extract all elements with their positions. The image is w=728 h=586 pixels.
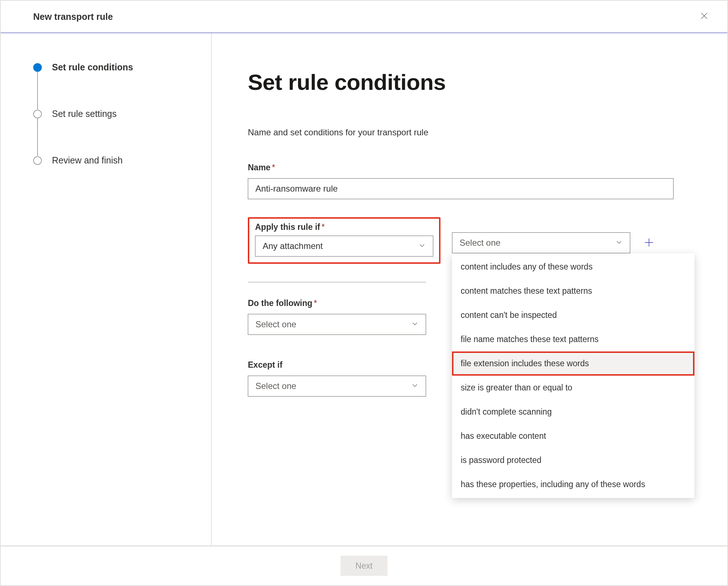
dropdown-value: Any attachment <box>263 241 323 251</box>
dropdown-option[interactable]: file name matches these text patterns <box>452 327 694 351</box>
dropdown-value: Select one <box>255 319 296 329</box>
step-marker-icon <box>33 110 42 118</box>
step-marker-icon <box>33 156 42 165</box>
field-group-name: Name* <box>248 163 691 199</box>
name-label: Name* <box>248 163 691 172</box>
main-panel: Set rule conditions Name and set conditi… <box>212 33 727 546</box>
step-connector <box>33 73 194 109</box>
field-group-apply-if: Apply this rule if* Any attachment Selec… <box>248 217 691 264</box>
chevron-down-icon <box>411 381 418 391</box>
do-following-dropdown[interactable]: Select one <box>248 314 426 335</box>
chevron-down-icon <box>615 238 623 248</box>
next-button[interactable]: Next <box>341 556 387 576</box>
wizard-step-review[interactable]: Review and finish <box>33 155 194 166</box>
close-icon <box>700 12 709 22</box>
required-asterisk: * <box>314 298 317 308</box>
dropdown-option[interactable]: content can't be inspected <box>452 303 694 327</box>
apply-if-secondary-menu: content includes any of these wordsconte… <box>452 253 694 498</box>
required-asterisk: * <box>321 222 325 232</box>
step-connector <box>33 119 194 155</box>
dialog-window: New transport rule Set rule conditions S… <box>0 0 728 586</box>
apply-if-highlight: Apply this rule if* Any attachment <box>248 217 440 264</box>
dialog-footer: Next <box>1 546 727 585</box>
name-label-text: Name <box>248 163 271 172</box>
page-subtitle: Name and set conditions for your transpo… <box>248 127 691 137</box>
dialog-body: Set rule conditions Set rule settings Re… <box>1 33 727 546</box>
wizard-sidebar: Set rule conditions Set rule settings Re… <box>1 33 212 546</box>
apply-if-label: Apply this rule if* <box>255 222 433 232</box>
chevron-down-icon <box>411 319 418 329</box>
dropdown-option[interactable]: is password protected <box>452 448 694 472</box>
add-condition-button[interactable] <box>642 236 656 250</box>
dropdown-option[interactable]: size is greater than or equal to <box>452 376 694 400</box>
wizard-step-settings[interactable]: Set rule settings <box>33 109 194 119</box>
required-asterisk: * <box>272 163 275 172</box>
chevron-down-icon <box>418 241 426 251</box>
name-input[interactable] <box>248 178 674 199</box>
do-following-label-text: Do the following <box>248 298 312 308</box>
dropdown-option[interactable]: content includes any of these words <box>452 255 694 279</box>
section-divider <box>248 282 426 283</box>
apply-if-secondary-wrap: Select one content includes any of these… <box>452 232 630 253</box>
dropdown-option[interactable]: content matches these text patterns <box>452 279 694 303</box>
dropdown-value: Select one <box>255 381 296 391</box>
step-label: Set rule conditions <box>52 62 133 73</box>
step-marker-icon <box>33 63 42 72</box>
apply-if-dropdown[interactable]: Any attachment <box>255 236 433 257</box>
dropdown-option[interactable]: file extension includes these words <box>452 351 694 376</box>
dropdown-option[interactable]: has these properties, including any of t… <box>452 472 694 497</box>
dropdown-option[interactable]: didn't complete scanning <box>452 400 694 424</box>
step-label: Review and finish <box>52 155 123 166</box>
page-heading: Set rule conditions <box>248 69 691 95</box>
dialog-titlebar: New transport rule <box>1 1 727 33</box>
apply-if-secondary-dropdown[interactable]: Select one <box>452 232 630 253</box>
dialog-title: New transport rule <box>33 12 113 22</box>
close-button[interactable] <box>698 11 710 22</box>
plus-icon <box>644 237 654 249</box>
wizard-step-conditions[interactable]: Set rule conditions <box>33 62 194 73</box>
except-if-dropdown[interactable]: Select one <box>248 376 426 397</box>
dropdown-placeholder: Select one <box>460 238 500 248</box>
dropdown-option[interactable]: has executable content <box>452 424 694 448</box>
step-label: Set rule settings <box>52 109 117 119</box>
apply-if-label-text: Apply this rule if <box>255 222 320 232</box>
